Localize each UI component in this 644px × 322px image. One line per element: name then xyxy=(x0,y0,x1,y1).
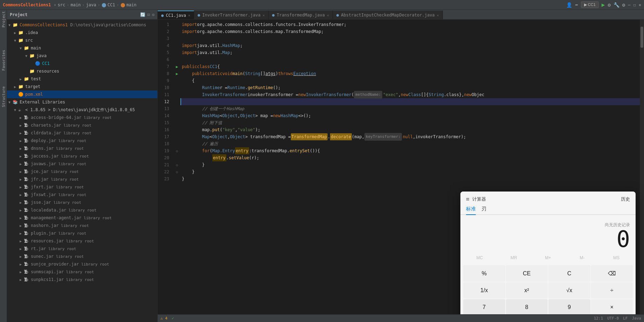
settings-icon[interactable]: ⚙ xyxy=(622,2,625,8)
tree-item[interactable]: ▶🗜dnsns.jar library root xyxy=(7,145,157,152)
calc-button[interactable]: % xyxy=(463,265,505,282)
tree-item[interactable]: ▶🗜jsse.jar library root xyxy=(7,199,157,206)
tree-item[interactable]: ▶🗜sunjce_provider.jar library root xyxy=(7,260,157,268)
settings-icon[interactable]: ⚙ xyxy=(152,12,155,17)
code-line[interactable]: HashMap<Object, Object> map = new HashMa… xyxy=(180,112,640,119)
tree-item[interactable]: 📁resources xyxy=(7,67,157,75)
calc-button[interactable]: x² xyxy=(506,282,548,298)
tree-item[interactable]: ▼📁CommonsCollections1 D:\notes\java\prac… xyxy=(7,21,157,29)
editor-tab[interactable]: ●CC1.java✕ xyxy=(158,11,194,19)
close-button[interactable]: ✕ xyxy=(639,2,641,7)
favorites-panel-toggle[interactable]: Favorites xyxy=(0,50,7,71)
code-line[interactable]: import org.apache.commons.collections.fu… xyxy=(180,21,640,28)
calc-button[interactable]: CE xyxy=(506,265,548,282)
calc-button[interactable]: 9 xyxy=(548,299,590,314)
calc-button[interactable]: ÷ xyxy=(591,282,633,298)
tab-close[interactable]: ✕ xyxy=(262,13,265,17)
calc-button[interactable]: 8 xyxy=(506,299,548,314)
tree-item[interactable]: ▶🗜javaws.jar library root xyxy=(7,160,157,168)
gutter-item[interactable]: ◇ xyxy=(173,168,180,175)
tab-close[interactable]: ✕ xyxy=(188,13,190,17)
minimize-button[interactable]: — xyxy=(628,2,630,7)
tree-item[interactable]: ▶🗜charsets.jar library root xyxy=(7,121,157,129)
calc-button[interactable]: 1/x xyxy=(463,282,505,298)
tree-item[interactable]: ▼📁src xyxy=(7,36,157,44)
calc-tab-standard[interactable]: 标准 xyxy=(466,204,476,215)
calc-memory-button[interactable]: M+ xyxy=(532,253,564,262)
tree-item[interactable]: ▼☕< 1.8.65 > D:\notes\java\jdk文件\jdk1.8.… xyxy=(7,106,157,114)
tree-item[interactable]: ▶🗜jfr.jar library root xyxy=(7,175,157,183)
tree-item[interactable]: ▶🗜nashorn.jar library root xyxy=(7,222,157,229)
code-line[interactable]: // 创建一个HashMap xyxy=(180,105,640,112)
back-icon[interactable]: ⬅ xyxy=(575,2,578,8)
tree-item[interactable]: ▶🗜jfxrt.jar library root xyxy=(7,183,157,191)
tree-item[interactable]: ▶🗜management-agent.jar library root xyxy=(7,214,157,222)
project-panel-toggle[interactable]: Project xyxy=(0,11,7,27)
tree-item[interactable]: ▶🗜jfxswt.jar library root xyxy=(7,191,157,199)
tree-item[interactable]: ▶🗜rt.jar library root xyxy=(7,245,157,253)
run-button[interactable]: ▶ xyxy=(602,1,605,8)
calc-button[interactable]: ⌫ xyxy=(591,265,633,282)
code-line[interactable]: import org.apache.commons.collections.ma… xyxy=(180,28,640,35)
gutter-item[interactable]: ◇ xyxy=(173,147,180,154)
tree-item[interactable]: ▶🗜access-bridge-64.jar library root xyxy=(7,114,157,121)
calc-memory-button[interactable]: MC xyxy=(463,253,496,262)
code-line[interactable]: } xyxy=(180,168,640,175)
tree-item[interactable]: ▶📁target xyxy=(7,83,157,90)
calc-button[interactable]: × xyxy=(591,299,633,314)
structure-panel-toggle[interactable]: Structure xyxy=(0,86,7,107)
code-line[interactable] xyxy=(180,98,640,105)
code-line[interactable] xyxy=(180,35,640,42)
code-line[interactable]: public class CC1 { xyxy=(180,63,640,70)
tree-item[interactable]: ▼📚External Libraries xyxy=(7,98,157,106)
maximize-button[interactable]: ☐ xyxy=(633,2,636,7)
tree-item[interactable]: ▶🗜cldrdata.jar library root xyxy=(7,129,157,137)
code-line[interactable]: } xyxy=(180,161,640,168)
calc-memory-button[interactable]: MR xyxy=(498,253,530,262)
editor-tab[interactable]: ●AbstractInputCheckedMapDecorator.java✕ xyxy=(333,11,443,19)
sync-icon[interactable]: 🔄 xyxy=(140,12,145,17)
code-line[interactable]: map.put("key","value"); xyxy=(180,126,640,133)
calc-memory-button[interactable]: M- xyxy=(566,253,599,262)
gutter-item[interactable]: ▶ xyxy=(173,70,180,77)
calc-history-label[interactable]: 历史 xyxy=(621,196,630,202)
calc-button[interactable]: C xyxy=(548,265,590,282)
tree-item[interactable]: ▶📁.idea xyxy=(7,29,157,36)
code-line[interactable] xyxy=(180,56,640,63)
tree-item[interactable]: ▶🗜sunpkcs11.jar library root xyxy=(7,276,157,283)
editor-tab[interactable]: ●InvokerTransformer.java✕ xyxy=(194,11,268,19)
code-line[interactable]: public static void main(String[] atgs) t… xyxy=(180,70,640,77)
editor-tab[interactable]: ●TransformedMap.java✕ xyxy=(269,11,333,19)
code-line[interactable]: // 遍历 xyxy=(180,140,640,147)
tree-item[interactable]: ▶🗜deploy.jar library root xyxy=(7,137,157,145)
code-line[interactable]: } xyxy=(180,175,640,182)
vertical-scrollbar[interactable] xyxy=(640,20,644,314)
gutter-item[interactable]: ◇ xyxy=(173,161,180,168)
collapse-all-icon[interactable]: ⊟ xyxy=(148,12,150,17)
build-icon[interactable]: ⚙ xyxy=(608,2,610,8)
tab-close[interactable]: ✕ xyxy=(437,13,439,17)
tree-item[interactable]: ▶📁test xyxy=(7,75,157,83)
vcs-icon[interactable]: 👤 xyxy=(566,2,572,8)
tree-item[interactable]: ▶🗜plugin.jar library root xyxy=(7,229,157,237)
tree-item[interactable]: 🔵CC1 xyxy=(7,60,157,67)
tree-item[interactable]: ▶🗜sunmscapi.jar library root xyxy=(7,268,157,276)
calc-button[interactable]: 7 xyxy=(463,299,505,314)
code-line[interactable]: Map<Object,Object> transformedMap = Tran… xyxy=(180,133,640,140)
tree-item[interactable]: ▶🗜localedata.jar library root xyxy=(7,206,157,214)
gutter-item[interactable]: ▶ xyxy=(173,63,180,70)
code-line[interactable]: Runtime r = Runtime.getRuntime(); xyxy=(180,84,640,91)
tree-item[interactable]: ▼📁main xyxy=(7,44,157,52)
calc-button[interactable]: √x xyxy=(548,282,590,298)
tree-item[interactable]: ▶🗜resources.jar library root xyxy=(7,237,157,245)
code-line[interactable]: for(Map.Entry entry:transformedMap.entry… xyxy=(180,147,640,154)
code-line[interactable]: import java.util.Map; xyxy=(180,49,640,56)
profile-icon[interactable]: 🔧 xyxy=(614,2,619,8)
tree-item[interactable]: ▶🗜jce.jar library root xyxy=(7,168,157,175)
code-line[interactable]: // 附下值 xyxy=(180,119,640,126)
tree-item[interactable]: ▶🗜jaccess.jar library root xyxy=(7,152,157,160)
calc-memory-button[interactable]: MS xyxy=(600,253,633,262)
run-config-button[interactable]: ▶ CC1 xyxy=(581,1,599,8)
tab-close[interactable]: ✕ xyxy=(327,13,329,17)
calc-menu-icon[interactable]: ≡ xyxy=(466,196,470,202)
